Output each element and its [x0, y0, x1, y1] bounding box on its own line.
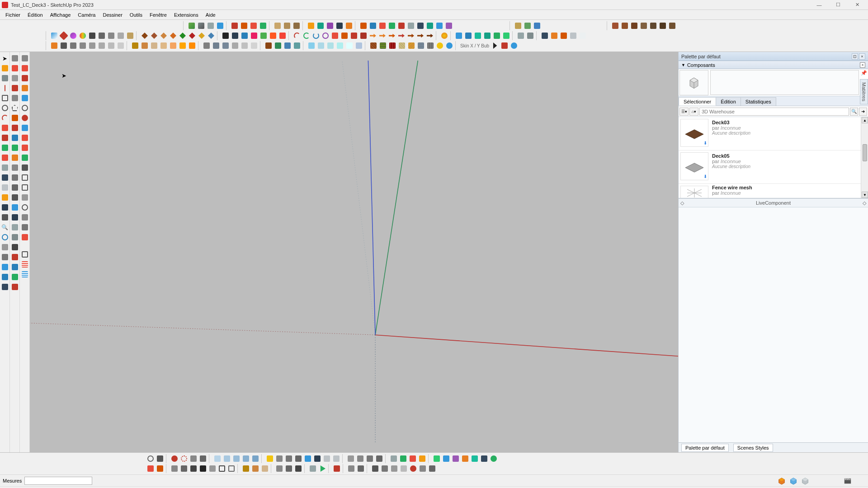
cube-orange-icon[interactable] [778, 477, 786, 485]
tool-icon[interactable] [399, 464, 408, 473]
cube-gray-icon[interactable] [801, 477, 809, 485]
tool-icon[interactable] [451, 454, 460, 463]
tool-icon[interactable] [116, 41, 125, 50]
tool-icon[interactable] [284, 464, 293, 473]
tab-stats[interactable]: Statistiques [741, 97, 776, 106]
home-dropdown[interactable]: ⌂▾ [689, 108, 698, 116]
tool-icon[interactable] [302, 31, 311, 40]
tool-icon[interactable] [20, 270, 29, 279]
tool-icon[interactable] [283, 21, 292, 30]
tool-icon[interactable] [356, 464, 365, 473]
tool-icon[interactable] [20, 113, 29, 122]
tool-icon[interactable] [198, 464, 208, 473]
tool-icon[interactable] [10, 143, 19, 152]
tool-icon[interactable] [197, 31, 206, 40]
tool-icon[interactable] [10, 183, 19, 192]
tool-icon[interactable] [332, 454, 341, 463]
tool-icon[interactable] [416, 41, 425, 50]
tool-icon[interactable] [159, 31, 168, 40]
component-scrollbar[interactable]: ▲ ▼ [861, 117, 868, 198]
tool-icon[interactable] [156, 464, 165, 473]
tool-icon[interactable] [116, 31, 125, 40]
orbit-tool[interactable] [0, 233, 9, 242]
tool-icon[interactable] [330, 31, 340, 40]
tool-icon[interactable] [10, 223, 19, 232]
arc-tool[interactable] [0, 113, 9, 122]
tool-icon[interactable] [344, 21, 354, 30]
tool-icon[interactable] [416, 31, 425, 40]
tool-icon[interactable] [20, 173, 29, 182]
tool-icon[interactable] [88, 41, 97, 50]
tool-icon[interactable] [150, 31, 159, 40]
tool-icon[interactable] [440, 31, 449, 40]
tool-icon[interactable] [335, 41, 344, 50]
tool-icon[interactable] [20, 94, 29, 103]
tool-icon[interactable] [221, 31, 230, 40]
tool-icon[interactable] [20, 84, 29, 93]
tool-icon[interactable] [578, 31, 587, 40]
tool-icon[interactable] [188, 31, 197, 40]
tool-icon[interactable] [326, 21, 335, 30]
tool-icon[interactable] [88, 31, 97, 40]
tool-icon[interactable] [222, 454, 231, 463]
tool-icon[interactable] [492, 31, 501, 40]
tool-icon[interactable] [140, 41, 149, 50]
tool-icon[interactable] [425, 21, 434, 30]
tab-select[interactable]: Sélectionner [679, 97, 716, 106]
tool-icon[interactable] [418, 454, 427, 463]
tool-icon[interactable] [50, 41, 59, 50]
menu-outils[interactable]: Outils [126, 11, 146, 19]
tool-icon[interactable] [213, 454, 222, 463]
play-button[interactable] [318, 464, 327, 473]
tool-icon[interactable] [559, 31, 568, 40]
tool-icon[interactable] [20, 103, 29, 113]
tool-icon[interactable] [491, 41, 500, 50]
tool-icon[interactable] [387, 31, 396, 40]
tool-icon[interactable] [227, 464, 236, 473]
tool-icon[interactable] [0, 74, 9, 83]
tool-icon[interactable] [10, 94, 19, 103]
tool-icon[interactable] [0, 173, 9, 182]
tool-icon[interactable] [371, 464, 380, 473]
tool-icon[interactable] [20, 250, 29, 259]
menu-dessiner[interactable]: Dessiner [99, 11, 126, 19]
tool-icon[interactable] [514, 21, 523, 30]
tool-icon[interactable] [407, 41, 416, 50]
tool-icon[interactable] [611, 21, 620, 30]
tool-icon[interactable] [359, 21, 368, 30]
tool-icon[interactable] [326, 41, 335, 50]
tool-icon[interactable] [368, 21, 377, 30]
tool-icon[interactable] [78, 31, 87, 40]
tool-icon[interactable] [397, 21, 406, 30]
tool-icon[interactable] [523, 21, 532, 30]
tool-icon[interactable] [345, 41, 354, 50]
tool-icon[interactable] [435, 21, 444, 30]
tool-icon[interactable] [216, 21, 225, 30]
tool-icon[interactable] [418, 464, 427, 473]
tool-icon[interactable] [397, 41, 406, 50]
tool-icon[interactable] [442, 454, 451, 463]
tool-icon[interactable] [0, 282, 9, 291]
tool-icon[interactable] [241, 454, 250, 463]
paint-tool[interactable] [0, 64, 9, 73]
tool-icon[interactable] [526, 31, 535, 40]
tool-icon[interactable] [380, 464, 389, 473]
tool-icon[interactable] [409, 464, 418, 473]
tool-icon[interactable] [284, 454, 293, 463]
panel-pin-button[interactable]: ⊡ [852, 53, 858, 60]
tool-icon[interactable] [397, 31, 406, 40]
tool-icon[interactable] [20, 54, 29, 63]
tool-icon[interactable] [187, 21, 196, 30]
tool-icon[interactable] [78, 41, 87, 50]
tool-icon[interactable] [378, 21, 387, 30]
tool-icon[interactable] [278, 31, 287, 40]
minimize-button[interactable]: — [810, 1, 828, 9]
tool-icon[interactable] [0, 243, 9, 252]
tool-icon[interactable] [156, 454, 165, 463]
tool-icon[interactable] [292, 21, 301, 30]
tool-icon[interactable] [20, 153, 29, 162]
panel-close-button[interactable]: × [859, 53, 865, 60]
footer-scenes-button[interactable]: Scenes Styles [733, 444, 773, 452]
tool-icon[interactable] [207, 31, 216, 40]
tool-icon[interactable] [250, 41, 259, 50]
